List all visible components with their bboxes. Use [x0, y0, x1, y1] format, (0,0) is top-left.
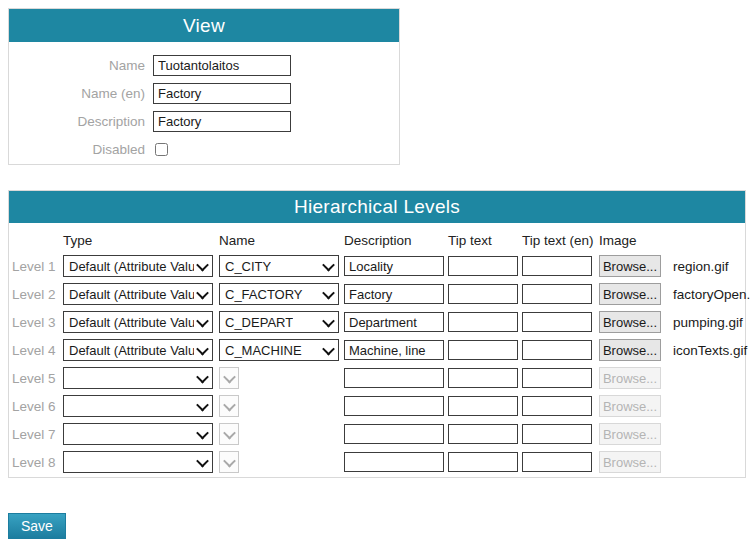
chevron-down-icon — [196, 454, 209, 467]
chevron-down-icon — [223, 398, 236, 411]
level-7-browse-button: Browse... — [599, 423, 661, 445]
level-1-tip-text-en-input[interactable] — [522, 256, 592, 276]
level-5-tip-text-input[interactable] — [448, 368, 518, 388]
level-4-image-filename: iconTexts.gif — [667, 343, 747, 358]
level-6-name-select — [219, 395, 239, 417]
level-2-tip-text-input[interactable] — [448, 284, 518, 304]
level-3-label: Level 3 — [9, 315, 63, 330]
level-2-label: Level 2 — [9, 287, 63, 302]
level-4-tip-text-en-input[interactable] — [522, 340, 592, 360]
chevron-down-icon — [223, 454, 236, 467]
name-en-label: Name (en) — [9, 86, 153, 101]
column-header-type: Type — [63, 233, 219, 248]
level-4-label: Level 4 — [9, 343, 63, 358]
level-6-description-input[interactable] — [344, 396, 444, 416]
level-4-row: Level 4 Default (Attribute Values) C_MAC… — [9, 336, 745, 364]
level-7-name-select — [219, 423, 239, 445]
level-5-description-input[interactable] — [344, 368, 444, 388]
view-panel-title: View — [9, 9, 399, 42]
column-header-name: Name — [219, 233, 344, 248]
level-7-tip-text-input[interactable] — [448, 424, 518, 444]
level-7-description-input[interactable] — [344, 424, 444, 444]
level-8-tip-text-en-input[interactable] — [522, 452, 592, 472]
level-1-description-input[interactable] — [344, 256, 444, 276]
level-6-tip-text-en-input[interactable] — [522, 396, 592, 416]
view-panel: View Name Name (en) Description Disabled — [8, 8, 400, 165]
chevron-down-icon — [196, 398, 209, 411]
column-header-row: Type Name Description Tip text Tip text … — [9, 228, 745, 252]
chevron-down-icon — [196, 370, 209, 383]
level-1-image-filename: region.gif — [667, 259, 745, 274]
column-header-description: Description — [344, 233, 448, 248]
level-2-browse-button[interactable]: Browse... — [599, 283, 661, 305]
level-1-row: Level 1 Default (Attribute Values) C_CIT… — [9, 252, 745, 280]
level-4-type-select[interactable]: Default (Attribute Values) — [63, 339, 213, 361]
level-6-row: Level 6 Browse... — [9, 392, 745, 420]
level-1-name-select[interactable]: C_CITY — [219, 255, 339, 277]
level-6-tip-text-input[interactable] — [448, 396, 518, 416]
level-8-tip-text-input[interactable] — [448, 452, 518, 472]
column-header-tip-text-en: Tip text (en) — [522, 233, 599, 248]
level-8-browse-button: Browse... — [599, 451, 661, 473]
level-8-label: Level 8 — [9, 455, 63, 470]
level-1-browse-button[interactable]: Browse... — [599, 255, 661, 277]
level-3-image-filename: pumping.gif — [667, 315, 745, 330]
hierarchical-levels-panel: Hierarchical Levels Type Name Descriptio… — [8, 190, 746, 478]
chevron-down-icon — [196, 342, 209, 355]
level-1-type-select[interactable]: Default (Attribute Values) — [63, 255, 213, 277]
level-4-type-value: Default (Attribute Values) — [69, 343, 194, 358]
level-7-type-select[interactable] — [63, 423, 213, 445]
level-7-row: Level 7 Browse... — [9, 420, 745, 448]
level-8-description-input[interactable] — [344, 452, 444, 472]
chevron-down-icon — [322, 342, 335, 355]
level-1-tip-text-input[interactable] — [448, 256, 518, 276]
level-3-description-input[interactable] — [344, 312, 444, 332]
level-2-tip-text-en-input[interactable] — [522, 284, 592, 304]
level-5-tip-text-en-input[interactable] — [522, 368, 592, 388]
level-3-name-select[interactable]: C_DEPART — [219, 311, 339, 333]
level-8-type-select[interactable] — [63, 451, 213, 473]
name-label: Name — [9, 58, 153, 73]
name-en-input[interactable] — [153, 83, 291, 104]
chevron-down-icon — [196, 426, 209, 439]
chevron-down-icon — [322, 258, 335, 271]
level-3-tip-text-input[interactable] — [448, 312, 518, 332]
save-button[interactable]: Save — [8, 513, 66, 539]
level-4-tip-text-input[interactable] — [448, 340, 518, 360]
level-5-browse-button: Browse... — [599, 367, 661, 389]
level-2-name-value: C_FACTORY — [225, 287, 303, 302]
level-2-type-select[interactable]: Default (Attribute Values) — [63, 283, 213, 305]
chevron-down-icon — [196, 314, 209, 327]
level-4-name-value: C_MACHINE — [225, 343, 302, 358]
column-header-tip-text: Tip text — [448, 233, 522, 248]
disabled-checkbox[interactable] — [155, 143, 168, 156]
level-6-browse-button: Browse... — [599, 395, 661, 417]
level-3-tip-text-en-input[interactable] — [522, 312, 592, 332]
level-5-type-select[interactable] — [63, 367, 213, 389]
name-input[interactable] — [153, 55, 291, 76]
disabled-label: Disabled — [9, 142, 153, 157]
chevron-down-icon — [223, 370, 236, 383]
level-4-description-input[interactable] — [344, 340, 444, 360]
level-3-browse-button[interactable]: Browse... — [599, 311, 661, 333]
level-1-type-value: Default (Attribute Values) — [69, 259, 194, 274]
hierarchical-levels-title: Hierarchical Levels — [9, 191, 745, 223]
level-2-name-select[interactable]: C_FACTORY — [219, 283, 339, 305]
level-3-type-value: Default (Attribute Values) — [69, 315, 194, 330]
chevron-down-icon — [196, 258, 209, 271]
level-2-row: Level 2 Default (Attribute Values) C_FAC… — [9, 280, 745, 308]
level-6-label: Level 6 — [9, 399, 63, 414]
level-7-tip-text-en-input[interactable] — [522, 424, 592, 444]
chevron-down-icon — [322, 314, 335, 327]
level-3-name-value: C_DEPART — [225, 315, 293, 330]
level-4-name-select[interactable]: C_MACHINE — [219, 339, 339, 361]
level-3-type-select[interactable]: Default (Attribute Values) — [63, 311, 213, 333]
description-label: Description — [9, 114, 153, 129]
level-8-row: Level 8 Browse... — [9, 448, 745, 476]
level-5-name-select — [219, 367, 239, 389]
level-2-description-input[interactable] — [344, 284, 444, 304]
level-6-type-select[interactable] — [63, 395, 213, 417]
level-4-browse-button[interactable]: Browse... — [599, 339, 661, 361]
description-input[interactable] — [153, 111, 291, 132]
column-header-image: Image — [599, 233, 667, 248]
